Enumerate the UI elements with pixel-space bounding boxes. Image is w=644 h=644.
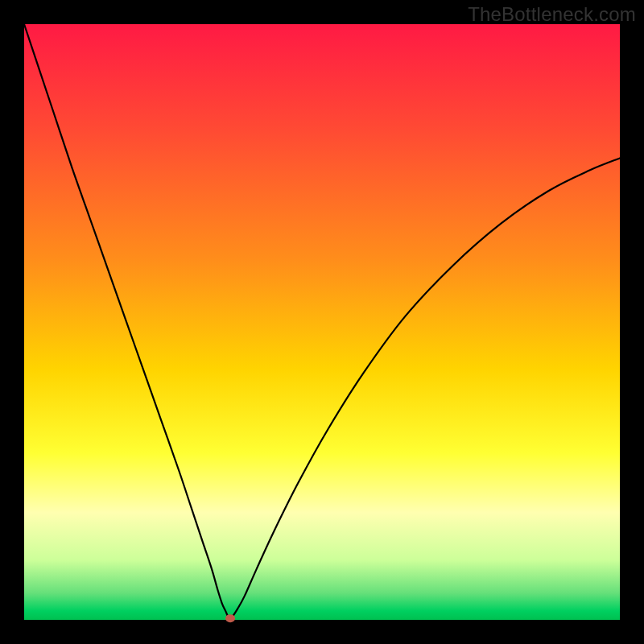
- minimum-marker: [225, 614, 235, 622]
- plot-background: [24, 24, 620, 620]
- chart-container: TheBottleneck.com: [0, 0, 644, 644]
- watermark-text: TheBottleneck.com: [468, 3, 636, 26]
- bottleneck-chart: [0, 0, 644, 644]
